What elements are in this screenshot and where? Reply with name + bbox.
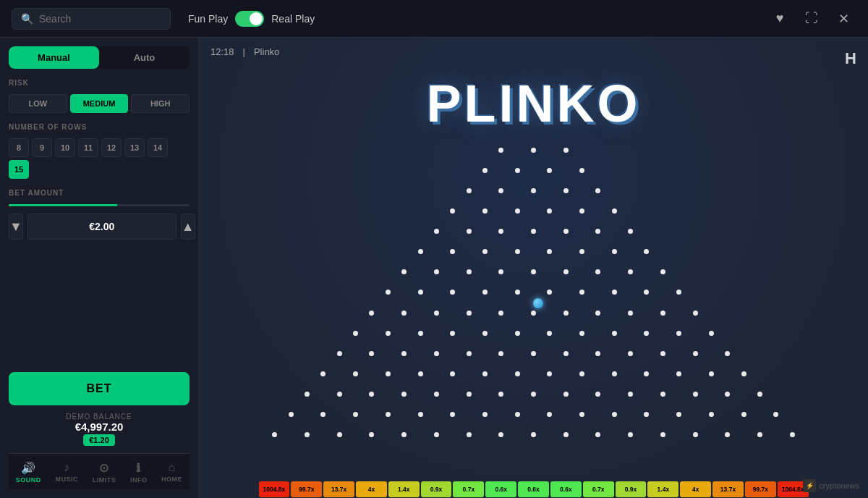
peg bbox=[482, 208, 488, 214]
peg bbox=[515, 249, 520, 254]
peg bbox=[450, 331, 455, 336]
peg bbox=[531, 351, 536, 356]
sidebar: Manual Auto RISK LOW MEDIUM HIGH NUMBER … bbox=[0, 38, 199, 498]
plinko-title: PLINKO bbox=[426, 74, 640, 133]
nav-music[interactable]: ♪ MUSIC bbox=[50, 458, 85, 486]
peg bbox=[563, 432, 569, 437]
peg bbox=[790, 432, 795, 437]
nav-info-label: INFO bbox=[130, 476, 148, 484]
mult-slot-1: 99.7x bbox=[291, 481, 322, 497]
peg bbox=[498, 392, 503, 397]
risk-high[interactable]: HIGH bbox=[131, 94, 190, 113]
peg bbox=[676, 371, 681, 376]
mult-slot-5: 0.9x bbox=[421, 481, 452, 497]
bet-decrease-button[interactable]: ▼ bbox=[9, 214, 23, 240]
row-10[interactable]: 10 bbox=[55, 138, 75, 157]
peg bbox=[353, 331, 358, 336]
search-input[interactable] bbox=[39, 13, 161, 25]
peg bbox=[531, 392, 536, 397]
risk-buttons: LOW MEDIUM HIGH bbox=[9, 94, 190, 113]
row-9[interactable]: 9 bbox=[32, 138, 52, 157]
peg bbox=[531, 269, 536, 274]
bet-amount-input[interactable] bbox=[27, 214, 176, 240]
row-11[interactable]: 11 bbox=[78, 138, 98, 157]
peg bbox=[547, 208, 552, 214]
plinko-ball bbox=[533, 298, 543, 308]
tab-manual[interactable]: Manual bbox=[9, 46, 99, 69]
row-15[interactable]: 15 bbox=[9, 160, 29, 179]
peg bbox=[320, 412, 326, 417]
peg bbox=[563, 351, 569, 356]
peg bbox=[612, 290, 617, 295]
bottom-nav: 🔊 SOUND ♪ MUSIC ⊙ LIMITS ℹ INFO ⌂ HOME bbox=[9, 453, 190, 489]
risk-medium[interactable]: MEDIUM bbox=[70, 94, 129, 113]
peg bbox=[467, 269, 472, 274]
row-8[interactable]: 8 bbox=[9, 138, 29, 157]
close-button[interactable]: ✕ bbox=[830, 6, 856, 32]
peg bbox=[482, 331, 488, 336]
peg bbox=[628, 392, 633, 397]
mode-tab-bar: Manual Auto bbox=[9, 46, 190, 69]
peg bbox=[563, 269, 569, 274]
peg bbox=[434, 269, 439, 274]
row-12[interactable]: 12 bbox=[101, 138, 122, 157]
tab-auto[interactable]: Auto bbox=[99, 46, 190, 69]
peg bbox=[725, 392, 730, 397]
nav-sound-label: SOUND bbox=[16, 476, 41, 484]
bet-button[interactable]: BET bbox=[9, 372, 190, 405]
peg bbox=[612, 208, 617, 214]
peg bbox=[612, 331, 617, 336]
risk-low[interactable]: LOW bbox=[9, 94, 67, 113]
peg bbox=[612, 371, 617, 376]
bet-progress-bar bbox=[9, 204, 190, 206]
peg bbox=[482, 249, 488, 254]
peg bbox=[644, 412, 649, 417]
peg bbox=[531, 432, 536, 437]
fullscreen-button[interactable]: ⛶ bbox=[799, 6, 825, 32]
peg bbox=[450, 249, 455, 254]
peg bbox=[773, 412, 778, 417]
peg bbox=[482, 371, 488, 376]
peg bbox=[498, 269, 503, 274]
mult-slot-11: 0.9x bbox=[616, 481, 647, 497]
peg bbox=[515, 290, 520, 295]
rows-label: NUMBER OF ROWS bbox=[9, 123, 190, 131]
peg bbox=[515, 412, 520, 417]
peg bbox=[418, 249, 423, 254]
peg bbox=[644, 331, 649, 336]
search-box[interactable]: 🔍 bbox=[12, 8, 171, 30]
nav-info[interactable]: ℹ INFO bbox=[124, 458, 153, 486]
peg bbox=[434, 311, 439, 316]
row-14[interactable]: 14 bbox=[148, 138, 168, 157]
peg bbox=[386, 412, 391, 417]
peg bbox=[644, 249, 649, 254]
game-separator: | bbox=[243, 46, 245, 57]
mode-toggle-switch[interactable] bbox=[235, 11, 264, 27]
bet-increase-button[interactable]: ▲ bbox=[181, 214, 195, 240]
peg bbox=[693, 392, 698, 397]
nav-sound[interactable]: 🔊 SOUND bbox=[10, 458, 47, 486]
favorite-button[interactable]: ♥ bbox=[767, 6, 793, 32]
demo-balance-label: DEMO BALANCE bbox=[9, 413, 190, 421]
peg bbox=[563, 311, 569, 316]
peg bbox=[579, 412, 584, 417]
nav-limits-label: LIMITS bbox=[93, 476, 116, 484]
nav-music-label: MUSIC bbox=[56, 476, 79, 483]
mult-slot-15: 99.7x bbox=[745, 481, 776, 497]
peg bbox=[628, 229, 633, 234]
peg bbox=[628, 269, 633, 274]
mult-slot-2: 13.7x bbox=[323, 481, 354, 497]
peg bbox=[498, 148, 503, 153]
peg bbox=[660, 432, 665, 437]
nav-home[interactable]: ⌂ HOME bbox=[156, 458, 188, 486]
nav-limits[interactable]: ⊙ LIMITS bbox=[87, 458, 122, 486]
row-13[interactable]: 13 bbox=[124, 138, 145, 157]
peg bbox=[386, 331, 391, 336]
main-layout: Manual Auto RISK LOW MEDIUM HIGH NUMBER … bbox=[0, 38, 868, 498]
peg bbox=[515, 331, 520, 336]
peg bbox=[579, 168, 584, 173]
peg bbox=[741, 412, 746, 417]
peg bbox=[547, 168, 552, 173]
peg bbox=[401, 351, 407, 356]
peg bbox=[434, 351, 439, 356]
